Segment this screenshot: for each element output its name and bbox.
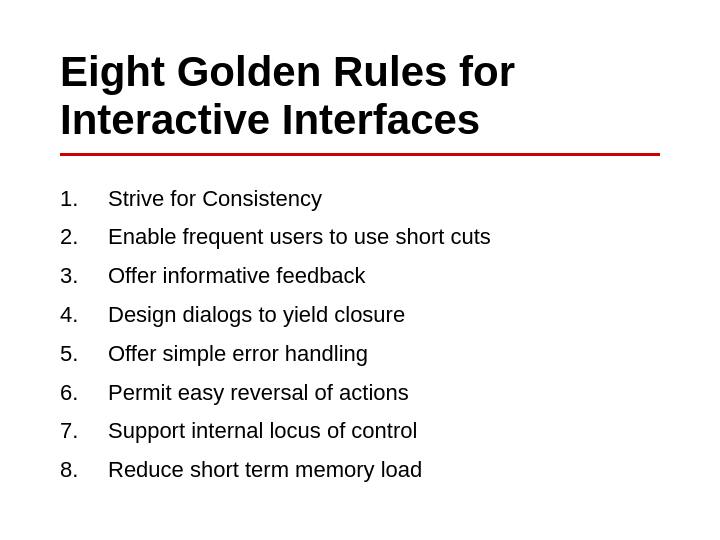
rules-list: 1.Strive for Consistency2.Enable frequen… — [60, 184, 660, 500]
list-item: 1.Strive for Consistency — [60, 184, 660, 215]
list-number-4: 4. — [60, 300, 108, 331]
list-item: 5.Offer simple error handling — [60, 339, 660, 370]
title-underline — [60, 153, 660, 156]
list-number-1: 1. — [60, 184, 108, 215]
list-item: 2.Enable frequent users to use short cut… — [60, 222, 660, 253]
list-number-8: 8. — [60, 455, 108, 486]
list-number-3: 3. — [60, 261, 108, 292]
title-section: Eight Golden Rules for Interactive Inter… — [60, 48, 660, 174]
list-text-8: Reduce short term memory load — [108, 455, 422, 486]
list-item: 6.Permit easy reversal of actions — [60, 378, 660, 409]
list-text-4: Design dialogs to yield closure — [108, 300, 405, 331]
list-number-6: 6. — [60, 378, 108, 409]
slide: Eight Golden Rules for Interactive Inter… — [0, 0, 720, 540]
list-text-5: Offer simple error handling — [108, 339, 368, 370]
list-text-2: Enable frequent users to use short cuts — [108, 222, 491, 253]
list-item: 4.Design dialogs to yield closure — [60, 300, 660, 331]
list-item: 8.Reduce short term memory load — [60, 455, 660, 486]
list-text-1: Strive for Consistency — [108, 184, 322, 215]
list-item: 7.Support internal locus of control — [60, 416, 660, 447]
slide-title: Eight Golden Rules for Interactive Inter… — [60, 48, 660, 145]
list-number-2: 2. — [60, 222, 108, 253]
list-number-7: 7. — [60, 416, 108, 447]
title-line1: Eight Golden Rules for — [60, 48, 515, 95]
list-text-6: Permit easy reversal of actions — [108, 378, 409, 409]
title-line2: Interactive Interfaces — [60, 96, 480, 143]
list-item: 3.Offer informative feedback — [60, 261, 660, 292]
list-text-7: Support internal locus of control — [108, 416, 417, 447]
list-text-3: Offer informative feedback — [108, 261, 366, 292]
list-number-5: 5. — [60, 339, 108, 370]
